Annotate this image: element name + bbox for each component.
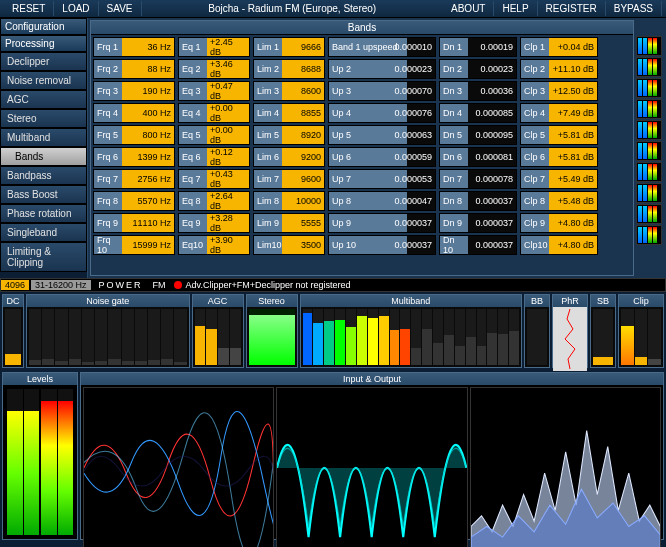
band-eq-8[interactable]: Eq 8+2.64 dB bbox=[178, 191, 250, 211]
band-frq-1[interactable]: Frq 136 Hz bbox=[93, 37, 175, 57]
band-clp-7[interactable]: Clp 7+5.49 dB bbox=[520, 169, 598, 189]
band-up-9[interactable]: Up 90.000037 bbox=[328, 213, 436, 233]
sidebar-item-bandpass[interactable]: Bandpass bbox=[0, 166, 87, 185]
band-eq-3[interactable]: Eq 3+0.47 dB bbox=[178, 81, 250, 101]
band-lim-7[interactable]: Lim 79600 bbox=[253, 169, 325, 189]
sidebar-item-limiting-clipping[interactable]: Limiting & Clipping bbox=[0, 242, 87, 272]
sidebar: Configuration Processing Declipper Noise… bbox=[0, 18, 88, 278]
band-frq-2[interactable]: Frq 288 Hz bbox=[93, 59, 175, 79]
band-eq-7[interactable]: Eq 7+0.43 dB bbox=[178, 169, 250, 189]
sidebar-item-agc[interactable]: AGC bbox=[0, 90, 87, 109]
band-frq-5[interactable]: Frq 5800 Hz bbox=[93, 125, 175, 145]
band-eq-10[interactable]: Eq10+3.90 dB bbox=[178, 235, 250, 255]
band-frq-3[interactable]: Frq 3190 Hz bbox=[93, 81, 175, 101]
warning-icon bbox=[174, 281, 182, 289]
band-lim-3[interactable]: Lim 38600 bbox=[253, 81, 325, 101]
band-clp-5[interactable]: Clp 5+5.81 dB bbox=[520, 125, 598, 145]
sidebar-item-phase-rotation[interactable]: Phase rotation bbox=[0, 204, 87, 223]
sidebar-item-declipper[interactable]: Declipper bbox=[0, 52, 87, 71]
save-button[interactable]: SAVE bbox=[99, 1, 142, 16]
multiband-meter: Multiband bbox=[300, 294, 522, 368]
vu-meter-5 bbox=[636, 120, 662, 140]
band-clp-2[interactable]: Clp 2+11.10 dB bbox=[520, 59, 598, 79]
band-eq-2[interactable]: Eq 2+3.46 dB bbox=[178, 59, 250, 79]
band-clp-6[interactable]: Clp 6+5.81 dB bbox=[520, 147, 598, 167]
band-up-1[interactable]: Band 1 upspeed0.000010 bbox=[328, 37, 436, 57]
band-eq-5[interactable]: Eq 5+0.00 dB bbox=[178, 125, 250, 145]
band-clp-4[interactable]: Clp 4+7.49 dB bbox=[520, 103, 598, 123]
vu-meter-9 bbox=[636, 204, 662, 224]
dc-meter: DC bbox=[2, 294, 24, 368]
logo-fm: FM bbox=[149, 280, 170, 290]
band-lim-8[interactable]: Lim 810000 bbox=[253, 191, 325, 211]
multiband-title: Multiband bbox=[301, 295, 521, 307]
band-up-5[interactable]: Up 50.000063 bbox=[328, 125, 436, 145]
band-eq-4[interactable]: Eq 4+0.00 dB bbox=[178, 103, 250, 123]
band-up-8[interactable]: Up 80.000047 bbox=[328, 191, 436, 211]
help-button[interactable]: HELP bbox=[494, 1, 537, 16]
agc-meter: AGC bbox=[192, 294, 244, 368]
dc-meter-title: DC bbox=[3, 295, 23, 307]
band-up-7[interactable]: Up 70.000053 bbox=[328, 169, 436, 189]
band-lim-4[interactable]: Lim 48855 bbox=[253, 103, 325, 123]
band-dn-6[interactable]: Dn 60.000081 bbox=[439, 147, 517, 167]
noise-gate-meter: Noise gate bbox=[26, 294, 190, 368]
band-frq-9[interactable]: Frq 911110 Hz bbox=[93, 213, 175, 233]
about-button[interactable]: ABOUT bbox=[443, 1, 494, 16]
band-eq-6[interactable]: Eq 6+0.12 dB bbox=[178, 147, 250, 167]
band-dn-8[interactable]: Dn 80.000037 bbox=[439, 191, 517, 211]
band-up-4[interactable]: Up 40.000076 bbox=[328, 103, 436, 123]
band-dn-7[interactable]: Dn 70.000078 bbox=[439, 169, 517, 189]
band-dn-10[interactable]: Dn 100.000037 bbox=[439, 235, 517, 255]
sidebar-header-processing[interactable]: Processing bbox=[0, 35, 87, 52]
band-clp-9[interactable]: Clp 9+4.80 dB bbox=[520, 213, 598, 233]
band-frq-4[interactable]: Frq 4400 Hz bbox=[93, 103, 175, 123]
sidebar-item-singleband[interactable]: Singleband bbox=[0, 223, 87, 242]
band-clp-1[interactable]: Clp 1+0.04 dB bbox=[520, 37, 598, 57]
band-lim-2[interactable]: Lim 28688 bbox=[253, 59, 325, 79]
sidebar-item-bass-boost[interactable]: Bass Boost bbox=[0, 185, 87, 204]
band-eq-9[interactable]: Eq 9+3.28 dB bbox=[178, 213, 250, 233]
sidebar-header-configuration[interactable]: Configuration bbox=[0, 18, 87, 35]
band-clp-10[interactable]: Clp10+4.80 dB bbox=[520, 235, 598, 255]
band-up-6[interactable]: Up 60.000059 bbox=[328, 147, 436, 167]
band-eq-1[interactable]: Eq 1+2.45 dB bbox=[178, 37, 250, 57]
band-frq-6[interactable]: Frq 61399 Hz bbox=[93, 147, 175, 167]
band-frq-7[interactable]: Frq 72756 Hz bbox=[93, 169, 175, 189]
band-lim-10[interactable]: Lim103500 bbox=[253, 235, 325, 255]
agc-title: AGC bbox=[193, 295, 243, 307]
phr-meter: PhR bbox=[552, 294, 588, 368]
vu-meter-6 bbox=[636, 141, 662, 161]
band-dn-9[interactable]: Dn 90.000037 bbox=[439, 213, 517, 233]
band-clp-8[interactable]: Clp 8+5.48 dB bbox=[520, 191, 598, 211]
band-up-2[interactable]: Up 20.000023 bbox=[328, 59, 436, 79]
bands-title: Bands bbox=[91, 21, 633, 35]
sidebar-item-noise-removal[interactable]: Noise removal bbox=[0, 71, 87, 90]
band-up-10[interactable]: Up 100.000037 bbox=[328, 235, 436, 255]
register-button[interactable]: REGISTER bbox=[538, 1, 606, 16]
bypass-button[interactable]: BYPASS bbox=[606, 1, 662, 16]
band-frq-10[interactable]: Frq 1015999 Hz bbox=[93, 235, 175, 255]
sidebar-item-stereo[interactable]: Stereo bbox=[0, 109, 87, 128]
band-lim-1[interactable]: Lim 19666 bbox=[253, 37, 325, 57]
vu-meter-1 bbox=[636, 36, 662, 56]
reset-button[interactable]: RESET bbox=[4, 1, 54, 16]
stereo-meter: Stereo bbox=[246, 294, 298, 368]
band-lim-6[interactable]: Lim 69200 bbox=[253, 147, 325, 167]
band-dn-2[interactable]: Dn 20.00023 bbox=[439, 59, 517, 79]
band-up-3[interactable]: Up 30.000070 bbox=[328, 81, 436, 101]
sidebar-item-multiband[interactable]: Multiband bbox=[0, 128, 87, 147]
levels-panel: Levels bbox=[2, 372, 78, 540]
band-dn-4[interactable]: Dn 40.000085 bbox=[439, 103, 517, 123]
band-clp-3[interactable]: Clp 3+12.50 dB bbox=[520, 81, 598, 101]
load-button[interactable]: LOAD bbox=[54, 1, 98, 16]
bb-meter: BB bbox=[524, 294, 550, 368]
band-lim-9[interactable]: Lim 95555 bbox=[253, 213, 325, 233]
band-lim-5[interactable]: Lim 58920 bbox=[253, 125, 325, 145]
preset-name[interactable]: Bojcha - Radium FM (Europe, Stereo) bbox=[142, 3, 444, 14]
sidebar-item-bands[interactable]: Bands bbox=[0, 147, 87, 166]
band-dn-1[interactable]: Dn 10.00019 bbox=[439, 37, 517, 57]
band-dn-5[interactable]: Dn 50.000095 bbox=[439, 125, 517, 145]
band-frq-8[interactable]: Frq 85570 Hz bbox=[93, 191, 175, 211]
band-dn-3[interactable]: Dn 30.00036 bbox=[439, 81, 517, 101]
